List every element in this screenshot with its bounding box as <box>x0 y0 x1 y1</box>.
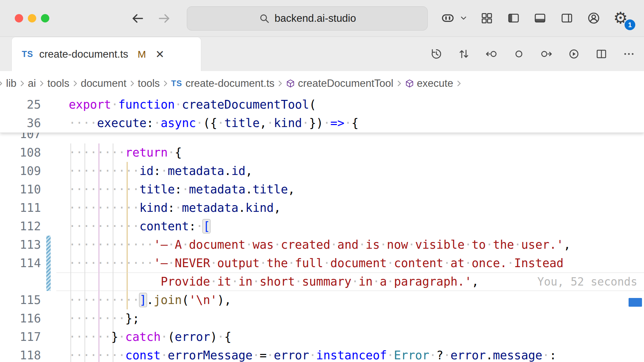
forward-icon[interactable] <box>157 11 172 26</box>
whitespace-dots: · <box>380 238 387 251</box>
breadcrumb-item-createdocumenttool[interactable]: createDocumentTool <box>286 77 393 89</box>
code-line[interactable]: 36····execute:·async·({·title,·kind·})·=… <box>0 114 644 132</box>
whitespace-dots: · <box>161 330 168 344</box>
code-line[interactable]: 112··········content:·[ <box>0 217 644 236</box>
code-line[interactable]: 108········return·{ <box>0 143 644 162</box>
run-icon[interactable] <box>568 48 580 60</box>
code-token: was <box>253 238 274 251</box>
breadcrumb-item-document[interactable]: document <box>81 77 126 89</box>
code-token: it <box>217 275 231 288</box>
line-number[interactable]: 113 <box>0 236 41 254</box>
customize-layout-icon[interactable] <box>479 11 494 25</box>
code-token: id <box>140 164 154 178</box>
whitespace-dots: · <box>408 238 415 251</box>
code-line[interactable]: 117······}·catch·(error)·{ <box>0 328 644 346</box>
line-number[interactable]: 114 <box>0 254 41 273</box>
split-editor-icon[interactable] <box>595 48 608 60</box>
line-number[interactable]: 110 <box>0 180 41 199</box>
whitespace-dots: ·········· <box>69 183 140 196</box>
whitespace-dots: ···· <box>69 116 97 130</box>
change-circle-icon[interactable] <box>513 48 525 60</box>
whitespace-dots: ········ <box>69 312 125 325</box>
more-actions-icon[interactable] <box>623 48 635 60</box>
close-tab-icon[interactable]: ✕ <box>155 48 164 61</box>
whitespace-dots: · <box>196 220 203 233</box>
whitespace-dots: · <box>302 116 309 130</box>
code-token: ? <box>436 349 443 362</box>
breadcrumb-item-tools[interactable]: tools <box>138 77 160 89</box>
breadcrumb-label: lib <box>6 77 16 89</box>
whitespace-dots: · <box>246 238 253 251</box>
account-icon[interactable] <box>586 11 601 25</box>
code-line[interactable]: 25export·function·createDocumentTool( <box>0 96 644 114</box>
sticky-scroll[interactable]: 25export·function·createDocumentTool(36·… <box>0 96 644 133</box>
code-token: }; <box>125 312 140 325</box>
maximize-window-button[interactable] <box>41 14 49 22</box>
chevron-down-icon[interactable] <box>459 11 468 25</box>
line-number[interactable]: 109 <box>0 162 41 180</box>
breadcrumb-item-execute[interactable]: execute <box>405 77 453 89</box>
code-token: Error <box>394 349 429 362</box>
code-token: document <box>330 256 387 270</box>
line-number[interactable]: 111 <box>0 199 41 217</box>
breadcrumb-item-create-document-ts[interactable]: TScreate-document.ts <box>171 77 274 89</box>
line-number[interactable]: 117 <box>0 328 41 346</box>
code-line[interactable]: 110··········title:·metadata.title, <box>0 180 644 199</box>
code-token: paragraph.' <box>394 275 472 288</box>
back-icon[interactable] <box>130 11 145 26</box>
code-token: in <box>359 275 373 288</box>
compare-changes-icon[interactable] <box>458 48 470 60</box>
line-number[interactable]: 116 <box>0 309 41 328</box>
chevron-right-icon <box>456 79 462 88</box>
code-token: instanceof <box>316 349 387 362</box>
minimize-window-button[interactable] <box>28 14 36 22</box>
line-number[interactable]: 112 <box>0 217 41 236</box>
whitespace-dots: ············ <box>69 238 154 251</box>
line-number[interactable]: 108 <box>0 143 41 162</box>
breadcrumb-item-ai[interactable]: ai <box>28 77 36 89</box>
code-token: short <box>260 275 295 288</box>
line-number[interactable]: 36 <box>0 114 41 132</box>
code-token: content <box>394 256 443 270</box>
breadcrumb-item-lib[interactable]: lib <box>6 77 16 89</box>
code-token: { <box>175 146 182 159</box>
whitespace-dots: · <box>443 349 450 362</box>
breadcrumb-label: ai <box>28 77 36 89</box>
code-line[interactable]: 111··········kind:·metadata.kind, <box>0 199 644 217</box>
tab-bar: TS create-document.ts M ✕ <box>0 37 644 71</box>
whitespace-dots: · <box>295 275 302 288</box>
history-icon[interactable] <box>430 48 443 60</box>
command-center[interactable]: backend.ai-studio <box>187 6 428 31</box>
code-editor[interactable]: 107108········return·{109··········id:·m… <box>0 96 644 362</box>
whitespace-dots: · <box>267 349 274 362</box>
code-line[interactable]: 118········const·errorMessage·=·error·in… <box>0 346 644 362</box>
tab-create-document-ts[interactable]: TS create-document.ts M ✕ <box>11 37 201 71</box>
whitespace-dots: · <box>387 256 394 270</box>
close-window-button[interactable] <box>15 14 23 22</box>
breadcrumb-item-tools[interactable]: tools <box>47 77 69 89</box>
code-token: ( <box>309 98 316 111</box>
panel-bottom-icon[interactable] <box>533 11 547 25</box>
whitespace-dots: · <box>196 116 203 130</box>
code-token: error <box>450 349 486 362</box>
sidebar-left-icon[interactable] <box>506 11 521 25</box>
breadcrumb-label: document <box>81 77 126 89</box>
whitespace-dots: ·········· <box>69 293 140 307</box>
whitespace-dots: · <box>274 238 281 251</box>
code-line[interactable]: 109··········id:·metadata.id, <box>0 162 644 180</box>
code-line[interactable]: 114············'–·NEVER·output·the·full·… <box>0 254 644 273</box>
whitespace-dots: · <box>330 238 337 251</box>
sidebar-right-icon[interactable] <box>559 11 574 25</box>
whitespace-dots: ······ <box>69 330 111 344</box>
line-number[interactable]: 25 <box>0 96 41 114</box>
copilot-icon[interactable] <box>440 11 455 25</box>
code-line[interactable]: 116········}; <box>0 309 644 328</box>
code-line[interactable]: 115··········].join('\n'), <box>0 291 644 309</box>
code-line[interactable]: 113············'–·A·document·was·created… <box>0 236 644 254</box>
code-token: title <box>224 116 260 130</box>
line-number[interactable]: 118 <box>0 346 41 362</box>
overview-ruler-marker[interactable] <box>629 298 642 307</box>
prev-change-icon[interactable] <box>485 48 498 60</box>
line-number[interactable]: 115 <box>0 291 41 309</box>
next-change-icon[interactable] <box>540 48 553 60</box>
